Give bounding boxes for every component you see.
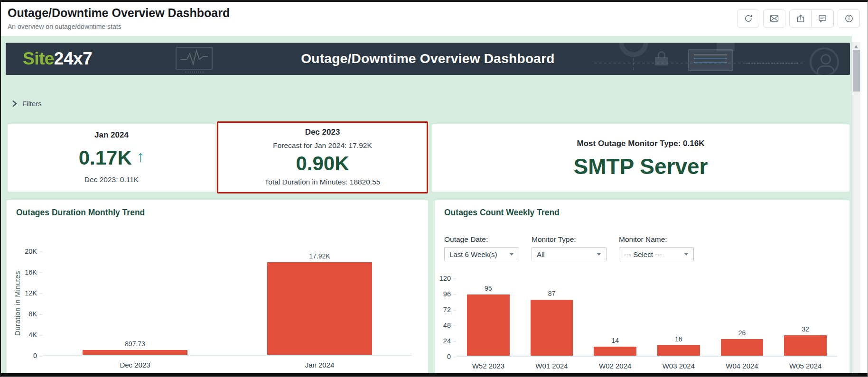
chevron-right-icon bbox=[11, 100, 18, 107]
bar[interactable] bbox=[531, 300, 573, 356]
dashboard-window: Outage/Downtime Overview Dashboard An ov… bbox=[0, 0, 868, 377]
y-axis-tick: 8K bbox=[28, 310, 37, 318]
bar-slot: 14W02 2024 bbox=[583, 278, 647, 356]
kpi-number: SMTP Server bbox=[574, 156, 708, 177]
kpi-value: SMTP Server bbox=[574, 156, 708, 177]
kpi-card-jan-2024: Jan 2024 0.17K ↑ Dec 2023: 0.11K bbox=[8, 124, 215, 192]
bar[interactable] bbox=[267, 262, 373, 355]
app-header: Outage/Downtime Overview Dashboard An ov… bbox=[1, 2, 868, 36]
bar-slot: 32W05 2024 bbox=[774, 278, 837, 356]
chevron-down-icon bbox=[684, 253, 689, 256]
y-axis-tick: 24 bbox=[443, 337, 451, 345]
selected-value: Last 6 Week(s) bbox=[449, 250, 497, 258]
x-axis-label: W04 2024 bbox=[707, 356, 778, 370]
vertical-scrollbar[interactable] bbox=[852, 42, 860, 377]
filter-label: Monitor Name: bbox=[619, 235, 694, 244]
page-title: Outage/Downtime Overview Dashboard bbox=[8, 6, 230, 20]
email-button[interactable] bbox=[763, 9, 785, 28]
banner-title: Outage/Downtime Overview Dashboard bbox=[6, 51, 850, 66]
y-axis-tick: 48 bbox=[443, 322, 451, 329]
block-decor bbox=[717, 43, 735, 51]
y-axis-tick: 120 bbox=[439, 275, 451, 282]
kpi-number: 0.17K bbox=[79, 148, 132, 168]
kpi-subtext: Dec 2023: 0.11K bbox=[84, 175, 139, 184]
x-axis-label: W01 2024 bbox=[516, 356, 588, 370]
weekly-count-bar-chart: 024487296120 95W52 202387W01 202414W02 2… bbox=[439, 278, 837, 357]
bar-slot: 16W03 2024 bbox=[647, 278, 710, 356]
weekly-chart-filters: Outage Date: Last 6 Week(s) Monitor Type… bbox=[444, 235, 694, 261]
share-comment-group bbox=[789, 9, 834, 28]
x-axis-label: Jan 2024 bbox=[224, 355, 416, 369]
outage-date-select[interactable]: Last 6 Week(s) bbox=[444, 247, 519, 261]
y-axis-tick: 0 bbox=[447, 353, 451, 360]
kpi-number: 0.90K bbox=[296, 154, 349, 174]
bar-value-label: 897.73 bbox=[125, 340, 145, 348]
page-subtitle: An overview on outage/downtime stats bbox=[8, 23, 121, 30]
bar[interactable] bbox=[467, 294, 510, 356]
filters-label: Filters bbox=[22, 100, 42, 108]
y-axis-tick: 20K bbox=[25, 248, 37, 255]
kpi-subtext: Total Duration in Minutes: 18820.55 bbox=[265, 178, 381, 186]
bar-slot: 897.73Dec 2023 bbox=[43, 251, 227, 355]
plot-area: 95W52 202387W01 202414W02 202416W03 2024… bbox=[457, 278, 837, 357]
trend-up-arrow-icon: ↑ bbox=[137, 148, 145, 165]
filter-outage-date: Outage Date: Last 6 Week(s) bbox=[444, 235, 519, 261]
y-axis-tick: 96 bbox=[443, 290, 451, 298]
selected-value: All bbox=[537, 250, 545, 258]
monitor-name-select[interactable]: --- Select --- bbox=[619, 247, 694, 261]
bar-value-label: 95 bbox=[485, 285, 492, 292]
selected-value: --- Select --- bbox=[624, 250, 662, 258]
bar[interactable] bbox=[83, 350, 188, 355]
y-axis-tick: 16K bbox=[25, 268, 37, 276]
bar-value-label: 26 bbox=[738, 329, 746, 337]
bar[interactable] bbox=[657, 345, 700, 356]
refresh-button[interactable] bbox=[737, 9, 759, 28]
kpi-title: Jan 2024 bbox=[94, 130, 129, 140]
x-axis-label: W02 2024 bbox=[579, 356, 651, 370]
y-axis-tick: 4K bbox=[28, 331, 37, 339]
comment-button[interactable] bbox=[812, 9, 834, 28]
plot-area: 897.73Dec 202317.92KJan 2024 bbox=[43, 251, 412, 356]
bar-value-label: 14 bbox=[611, 337, 619, 344]
kpi-title: Dec 2023 bbox=[305, 128, 340, 137]
kpi-forecast-text: Forecast for Jan 2024: 17.92K bbox=[273, 141, 372, 150]
info-button[interactable] bbox=[838, 9, 860, 28]
filters-toggle[interactable]: Filters bbox=[11, 100, 42, 108]
x-axis-label: W03 2024 bbox=[643, 356, 714, 370]
scroll-up-arrow-icon[interactable] bbox=[854, 45, 858, 48]
filter-monitor-name: Monitor Name: --- Select --- bbox=[619, 235, 694, 261]
kpi-card-dec-2023-highlighted: Dec 2023 Forecast for Jan 2024: 17.92K 0… bbox=[217, 121, 428, 193]
dashboard-banner: Site24x7 Outage/Downtime Overview Dashbo… bbox=[6, 43, 850, 75]
header-actions bbox=[737, 9, 860, 28]
y-axis-tick: 0 bbox=[33, 352, 37, 359]
bar[interactable] bbox=[594, 347, 636, 356]
kpi-value: 0.17K ↑ bbox=[79, 148, 145, 168]
filter-label: Monitor Type: bbox=[532, 235, 607, 244]
panel-title: Outages Duration Monthly Trend bbox=[16, 208, 145, 218]
refresh-icon bbox=[744, 14, 753, 23]
info-icon bbox=[844, 14, 854, 23]
bar-slot: 87W01 2024 bbox=[520, 278, 584, 356]
share-icon bbox=[796, 14, 805, 23]
panel-title: Outages Count Weekly Trend bbox=[444, 208, 560, 218]
share-button[interactable] bbox=[789, 9, 812, 28]
panel-outages-count-weekly-trend: Outages Count Weekly Trend Outage Date: … bbox=[435, 200, 849, 376]
window-bottom-edge bbox=[1, 373, 868, 377]
scrollbar-thumb[interactable] bbox=[853, 50, 860, 92]
kpi-value: 0.90K bbox=[296, 154, 349, 174]
y-axis-tick: 72 bbox=[443, 306, 451, 313]
filter-monitor-type: Monitor Type: All bbox=[532, 235, 607, 261]
chevron-down-icon bbox=[597, 253, 601, 256]
kpi-card-most-outage-type: Most Outage Monitor Type: 0.16K SMTP Ser… bbox=[432, 124, 849, 192]
bar[interactable] bbox=[721, 339, 764, 356]
bar-slot: 26W04 2024 bbox=[710, 278, 774, 356]
x-axis-label: Dec 2023 bbox=[39, 355, 231, 369]
bar[interactable] bbox=[784, 335, 827, 356]
monitor-type-select[interactable]: All bbox=[532, 247, 607, 261]
filter-label: Outage Date: bbox=[444, 235, 519, 244]
x-axis-label: W05 2024 bbox=[770, 356, 841, 370]
monthly-duration-bar-chart: 04K8K12K16K20K 897.73Dec 202317.92KJan 2… bbox=[12, 251, 412, 356]
kpi-title: Most Outage Monitor Type: 0.16K bbox=[577, 139, 705, 148]
panel-outages-duration-monthly-trend: Outages Duration Monthly Trend Duration … bbox=[7, 200, 428, 376]
bar-value-label: 17.92K bbox=[309, 252, 330, 260]
